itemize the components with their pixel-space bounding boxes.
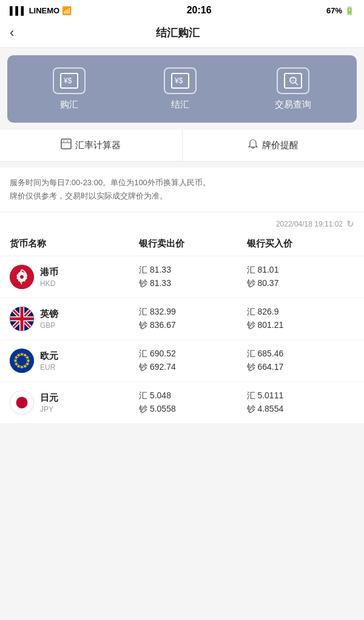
battery-level: 67%	[326, 6, 342, 15]
signal-icon: ▌▌▌	[10, 6, 27, 15]
svg-text:$: $	[67, 140, 69, 143]
sell-hui-gbp: 汇 832.99	[139, 307, 247, 318]
banner: ¥$ 购汇 ¥$ 结汇 交易查询	[7, 55, 357, 123]
rate-table-header: 货币名称 银行卖出价 银行买入价	[0, 232, 364, 256]
svg-text:¥$: ¥$	[174, 77, 183, 85]
svg-line-6	[295, 83, 298, 85]
back-button[interactable]: ‹	[10, 26, 14, 39]
toolbar-alert[interactable]: 牌价提醒	[183, 130, 365, 161]
flag-eur	[10, 349, 34, 373]
buy-chao-jpy: 钞 4.8554	[247, 404, 355, 415]
header-currency-name: 货币名称	[10, 238, 139, 250]
header: ‹ 结汇购汇	[0, 18, 364, 48]
banner-item-purchase[interactable]: ¥$ 购汇	[53, 67, 86, 111]
sell-hui-hkd: 汇 81.33	[139, 265, 247, 276]
svg-point-47	[16, 397, 28, 409]
table-row: 港币 HKD 汇 81.33 钞 81.33 汇 81.01 钞 80.37	[0, 256, 364, 298]
status-left: ▌▌▌ LINEMO 📶	[10, 6, 72, 15]
currency-name-hkd: 港币	[40, 267, 58, 278]
rate-section: 2022/04/18 19:11:02 ↻ 货币名称 银行卖出价 银行买入价	[0, 213, 364, 424]
currency-name-eur: 欧元	[40, 350, 58, 362]
buy-hui-hkd: 汇 81.01	[247, 265, 355, 276]
currency-info-gbp: 英镑 GBP	[10, 307, 139, 331]
status-bar: ▌▌▌ LINEMO 📶 20:16 67% 🔋	[0, 0, 364, 18]
svg-text:¥$: ¥$	[63, 77, 72, 85]
sell-price-jpy: 汇 5.048 钞 5.0558	[139, 390, 247, 415]
purchase-icon: ¥$	[53, 67, 86, 94]
header-sell-price: 银行卖出价	[139, 238, 247, 250]
toolbar: ¥ $ ↔ 汇率计算器 牌价提醒	[0, 130, 364, 162]
currency-info-jpy: 日元 JPY	[10, 390, 139, 415]
currency-name-jpy: 日元	[40, 392, 58, 404]
sell-chao-gbp: 钞 836.67	[139, 320, 247, 331]
buy-price-gbp: 汇 826.9 钞 801.21	[247, 307, 355, 331]
currency-name-gbp: 英镑	[40, 308, 58, 320]
banner-label-query: 交易查询	[275, 99, 311, 111]
currency-info-eur: 欧元 EUR	[10, 349, 139, 373]
table-row: 日元 JPY 汇 5.048 钞 5.0558 汇 5.0111 钞 4.855…	[0, 382, 364, 424]
battery-icon: 🔋	[345, 6, 354, 15]
sell-price-hkd: 汇 81.33 钞 81.33	[139, 265, 247, 289]
svg-text:↔: ↔	[63, 144, 66, 146]
status-right: 67% 🔋	[326, 6, 354, 15]
banner-item-query[interactable]: 交易查询	[275, 67, 311, 111]
carrier-name: LINEMO	[29, 6, 60, 15]
status-time: 20:16	[187, 5, 212, 16]
rate-timestamp: 2022/04/18 19:11:02	[276, 220, 343, 228]
refresh-icon[interactable]: ↻	[346, 219, 354, 230]
calculator-icon: ¥ $ ↔	[61, 138, 72, 152]
banner-label-purchase: 购汇	[60, 99, 78, 111]
calculator-label: 汇率计算器	[75, 140, 121, 151]
sell-price-eur: 汇 690.52 钞 692.74	[139, 349, 247, 373]
currency-text-gbp: 英镑 GBP	[40, 308, 58, 330]
svg-point-20	[20, 275, 24, 279]
buy-hui-eur: 汇 685.46	[247, 349, 355, 359]
buy-hui-gbp: 汇 826.9	[247, 307, 355, 318]
buy-price-jpy: 汇 5.0111 钞 4.8554	[247, 390, 355, 415]
sell-hui-eur: 汇 690.52	[139, 349, 247, 359]
currency-text-eur: 欧元 EUR	[40, 350, 58, 372]
currency-code-hkd: HKD	[40, 279, 58, 288]
sell-price-gbp: 汇 832.99 钞 836.67	[139, 307, 247, 331]
page-title: 结汇购汇	[14, 26, 341, 40]
banner-label-settle: 结汇	[171, 99, 189, 111]
wifi-icon: 📶	[62, 6, 72, 15]
sell-chao-jpy: 钞 5.0558	[139, 404, 247, 415]
buy-chao-hkd: 钞 80.37	[247, 278, 355, 289]
banner-item-settle[interactable]: ¥$ 结汇	[164, 67, 197, 111]
table-row: 英镑 GBP 汇 832.99 钞 836.67 汇 826.9 钞 801.2…	[0, 298, 364, 340]
buy-hui-jpy: 汇 5.0111	[247, 390, 355, 401]
header-buy-price: 银行买入价	[247, 238, 355, 250]
settle-icon: ¥$	[164, 67, 197, 94]
currency-text-jpy: 日元 JPY	[40, 392, 58, 414]
currency-info-hkd: 港币 HKD	[10, 265, 139, 289]
buy-chao-eur: 钞 664.17	[247, 362, 355, 373]
flag-gbp	[10, 307, 34, 331]
bell-icon	[248, 138, 258, 152]
flag-jpy	[10, 390, 34, 415]
toolbar-calculator[interactable]: ¥ $ ↔ 汇率计算器	[0, 130, 182, 161]
buy-chao-gbp: 钞 801.21	[247, 320, 355, 331]
flag-hkd	[10, 265, 34, 289]
svg-rect-30	[10, 318, 34, 321]
sell-chao-hkd: 钞 81.33	[139, 278, 247, 289]
rate-timestamp-row: 2022/04/18 19:11:02 ↻	[0, 213, 364, 232]
currency-code-gbp: GBP	[40, 321, 58, 330]
currency-text-hkd: 港币 HKD	[40, 267, 58, 288]
currency-code-jpy: JPY	[40, 405, 58, 414]
sell-hui-jpy: 汇 5.048	[139, 390, 247, 401]
svg-text:¥: ¥	[63, 140, 65, 143]
table-row: 欧元 EUR 汇 690.52 钞 692.74 汇 685.46 钞 664.…	[0, 340, 364, 382]
notice-text: 服务时间为每日7:00-23:00。单位为100外币换算人民币。 牌价仅供参考，…	[0, 168, 364, 211]
currency-code-eur: EUR	[40, 363, 58, 372]
buy-price-eur: 汇 685.46 钞 664.17	[247, 349, 355, 373]
query-icon	[277, 67, 309, 94]
buy-price-hkd: 汇 81.01 钞 80.37	[247, 265, 355, 289]
alert-label: 牌价提醒	[262, 140, 298, 151]
sell-chao-eur: 钞 692.74	[139, 362, 247, 373]
